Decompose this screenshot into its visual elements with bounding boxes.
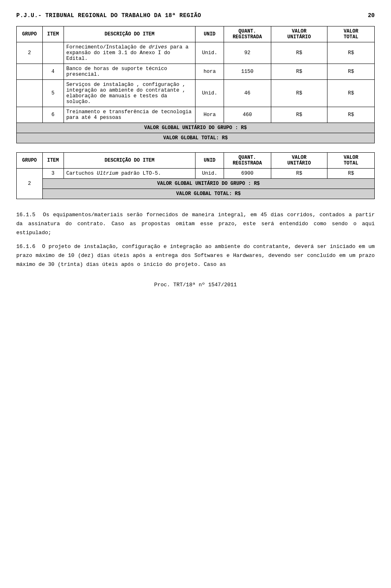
th-valor-unit-line2: UNITÁRIO xyxy=(288,34,311,40)
cell-valor-total: R$ xyxy=(327,42,375,64)
paragraphs-section: 16.1.5 Os equipamentos/materiais serão f… xyxy=(16,211,375,270)
th-valor-total-line1: VALOR xyxy=(344,29,358,34)
page-title: P.J.U.- TRIBUNAL REGIONAL DO TRABALHO DA… xyxy=(16,12,201,19)
th-valor-total2-line2: TOTAL xyxy=(344,160,358,166)
cell-quant: 1150 xyxy=(224,64,271,80)
italic-ultrium: Ultrium xyxy=(97,171,119,176)
cell-unid: Unid. xyxy=(196,42,224,64)
th-unid: UNID xyxy=(196,26,224,42)
table-row: 2 Fornecimento/Instalação de drives para… xyxy=(17,42,375,64)
italic-text: drives xyxy=(149,44,167,50)
cell-grupo: 2 xyxy=(17,42,43,64)
paragraph-2: 16.1.6 O projeto de instalação, configur… xyxy=(16,242,375,269)
cell-quant2: 6900 xyxy=(224,169,271,179)
th-descricao2: DESCRIÇÃO DO ITEM xyxy=(64,153,196,169)
th-quant2-line2: REGISTRADA xyxy=(233,160,262,166)
footer: Proc. TRT/18ª nº 1547/2011 xyxy=(16,282,375,288)
th-quant2-line1: QUANT. xyxy=(239,155,256,160)
cell-item: 6 xyxy=(42,107,64,123)
cell-descricao2: Cartuchos Ultrium padrão LTO-5. xyxy=(64,169,196,179)
footer-text: Proc. TRT/18ª nº 1547/2011 xyxy=(154,282,237,288)
th-unid2: UNID xyxy=(196,153,224,169)
global-unit-row: VALOR GLOBAL UNITÁRIO DO GRUPO : R$ xyxy=(17,123,375,133)
p1-text: Os equipamentos/materiais serão fornecid… xyxy=(16,212,375,236)
table-row: 4 Banco de horas de suporte técnico pres… xyxy=(17,64,375,80)
cell-valor-total: R$ xyxy=(327,107,375,123)
cell-unid: hora xyxy=(196,64,224,80)
table2: GRUPO ITEM DESCRIÇÃO DO ITEM UNID QUANT.… xyxy=(16,152,375,199)
cell-descricao: Treinamento e transferência de tecnologi… xyxy=(64,107,196,123)
th-valor-unit2: VALOR UNITÁRIO xyxy=(271,153,327,169)
th-valor-unit2-line1: VALOR xyxy=(292,155,306,160)
th-quant-line1: QUANT. xyxy=(239,29,256,34)
table-row: 6 Treinamento e transferência de tecnolo… xyxy=(17,107,375,123)
global-total-row: VALOR GLOBAL TOTAL: R$ xyxy=(17,133,375,143)
cell-grupo2: 2 xyxy=(17,169,43,199)
th-item: ITEM xyxy=(42,26,64,42)
cell-descricao: Fornecimento/Instalação de drives para a… xyxy=(64,42,196,64)
cell-valor-unit: R$ xyxy=(271,107,327,123)
global-total-label2: VALOR GLOBAL TOTAL: R$ xyxy=(42,189,374,199)
th-quant-line2: REGISTRADA xyxy=(233,34,262,40)
cell-quant: 46 xyxy=(224,80,271,107)
page-number: 20 xyxy=(368,12,375,19)
cell-valor-unit: R$ xyxy=(271,80,327,107)
cell-valor-unit: R$ xyxy=(271,64,327,80)
cell-item2: 3 xyxy=(42,169,64,179)
cell-descricao: Banco de horas de suporte técnico presen… xyxy=(64,64,196,80)
cell-valor-total: R$ xyxy=(327,64,375,80)
table-row: 2 3 Cartuchos Ultrium padrão LTO-5. Unid… xyxy=(17,169,375,179)
th-valor-total2: VALOR TOTAL xyxy=(327,153,375,169)
th-grupo: GRUPO xyxy=(17,26,43,42)
cell-quant: 460 xyxy=(224,107,271,123)
table-row: 5 Serviços de instalação , configuração … xyxy=(17,80,375,107)
th-valor-unit2-line2: UNITÁRIO xyxy=(288,160,311,166)
cell-unid2: Unid. xyxy=(196,169,224,179)
paragraph-1: 16.1.5 Os equipamentos/materiais serão f… xyxy=(16,211,375,237)
cell-item: 5 xyxy=(42,80,64,107)
th-valor-unit: VALOR UNITÁRIO xyxy=(271,26,327,42)
th-valor-total2-line1: VALOR xyxy=(344,155,358,160)
cell-valor-unit: R$ xyxy=(271,42,327,64)
cell-descricao: Serviços de instalação , configuração , … xyxy=(64,80,196,107)
cell-unid: Unid. xyxy=(196,80,224,107)
cell-valor-total2: R$ xyxy=(327,169,375,179)
global-unit-label2: VALOR GLOBAL UNITÁRIO DO GRUPO : R$ xyxy=(42,179,374,189)
cell-valor-total: R$ xyxy=(327,80,375,107)
th-item2: ITEM xyxy=(42,153,64,169)
th-quant: QUANT. REGISTRADA xyxy=(224,26,271,42)
th-grupo2: GRUPO xyxy=(17,153,43,169)
p1-number: 16.1.5 xyxy=(16,212,35,218)
global-unit-row2: VALOR GLOBAL UNITÁRIO DO GRUPO : R$ xyxy=(17,179,375,189)
global-total-label: VALOR GLOBAL TOTAL: R$ xyxy=(17,133,375,143)
cell-valor-unit2: R$ xyxy=(271,169,327,179)
table2-section: GRUPO ITEM DESCRIÇÃO DO ITEM UNID QUANT.… xyxy=(16,152,375,199)
table1: GRUPO ITEM DESCRIÇÃO DO ITEM UNID QUANT.… xyxy=(16,26,375,143)
cell-unid: Hora xyxy=(196,107,224,123)
p2-text: O projeto de instalação, configuração e … xyxy=(16,244,375,268)
th-valor-unit-line1: VALOR xyxy=(292,29,306,34)
cell-item xyxy=(42,42,64,64)
cell-grupo xyxy=(17,64,43,80)
th-valor-total: VALOR TOTAL xyxy=(327,26,375,42)
cell-grupo xyxy=(17,80,43,107)
th-descricao: DESCRIÇÃO DO ITEM xyxy=(64,26,196,42)
p2-number: 16.1.6 xyxy=(16,244,35,250)
global-total-row2: VALOR GLOBAL TOTAL: R$ xyxy=(17,189,375,199)
page-header: P.J.U.- TRIBUNAL REGIONAL DO TRABALHO DA… xyxy=(16,12,375,19)
th-quant2: QUANT. REGISTRADA xyxy=(224,153,271,169)
global-unit-label: VALOR GLOBAL UNITÁRIO DO GRUPO : R$ xyxy=(17,123,375,133)
th-valor-total-line2: TOTAL xyxy=(344,34,358,40)
cell-quant: 92 xyxy=(224,42,271,64)
cell-item: 4 xyxy=(42,64,64,80)
cell-grupo xyxy=(17,107,43,123)
